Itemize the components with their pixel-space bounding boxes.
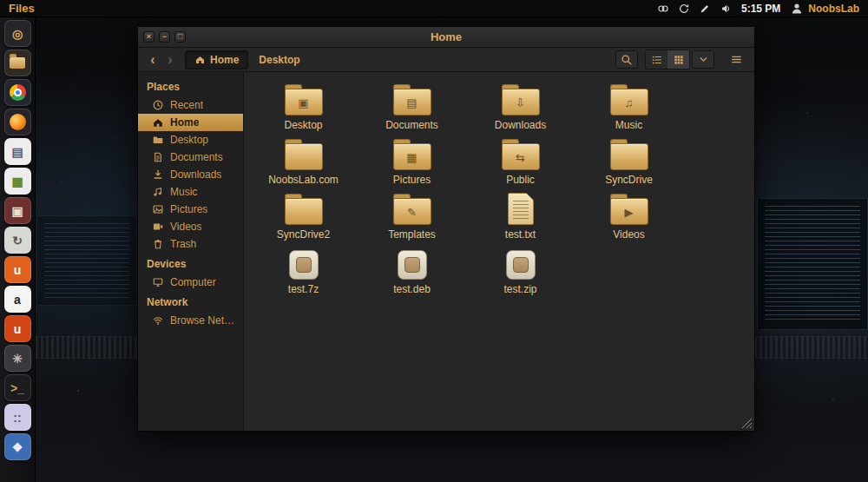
sidebar-item-desktop[interactable]: Desktop <box>138 131 243 149</box>
dock-chrome-icon[interactable] <box>4 79 31 106</box>
dock-calc-icon[interactable]: ▦ <box>4 168 31 195</box>
videos-emblem-icon: ▶ <box>610 200 648 225</box>
dock-updater-icon[interactable]: ↻ <box>4 227 31 254</box>
file-label: test.txt <box>472 229 569 241</box>
file-label: test.7z <box>255 284 352 295</box>
launcher-dock: ◎▤▦▣↻uau✳>_::❖ <box>0 17 36 482</box>
file-downloads[interactable]: ⇩Downloads <box>472 83 569 137</box>
desktop-emblem-icon: ▣ <box>285 90 323 116</box>
file-label: Documents <box>364 120 461 131</box>
folder-icon: ▶ <box>610 198 648 225</box>
forward-button[interactable]: › <box>162 53 178 67</box>
sidebar-item-documents[interactable]: Documents <box>138 149 243 166</box>
folder-icon: ♫ <box>610 89 648 116</box>
sidebar-item-pictures[interactable]: Pictures <box>138 201 243 218</box>
file-test-txt[interactable]: test.txt <box>472 192 569 247</box>
breadcrumb-home[interactable]: Home <box>185 50 248 69</box>
session-menu[interactable]: NoobsLab <box>790 2 859 16</box>
speaker-icon[interactable] <box>720 3 732 15</box>
music-emblem-icon: ♫ <box>610 90 648 116</box>
folder-icon: ▤ <box>393 89 431 116</box>
dock-impress-icon[interactable]: ▣ <box>4 197 31 224</box>
archive-file-icon <box>289 250 319 280</box>
file-test-7z[interactable]: test.7z <box>255 247 352 301</box>
dock-amazon-icon[interactable]: a <box>4 286 31 313</box>
sidebar-item-computer[interactable]: Computer <box>138 274 243 291</box>
sidebar-item-trash[interactable]: Trash <box>138 235 243 253</box>
window-body: PlacesRecentHomeDesktopDocumentsDownload… <box>138 72 754 431</box>
list-view-button[interactable] <box>646 50 667 69</box>
file-test-deb[interactable]: test.deb <box>364 247 461 301</box>
file-noobslab-com[interactable]: NoobsLab.com <box>255 137 352 192</box>
folder-icon: ⇆ <box>502 143 540 170</box>
dock-firefox-icon[interactable] <box>4 109 31 135</box>
file-music[interactable]: ♫Music <box>581 83 678 137</box>
resize-grip[interactable] <box>741 418 753 429</box>
folder-icon: ▣ <box>285 89 323 116</box>
sync-icon[interactable] <box>678 3 690 15</box>
dock-writer-icon[interactable]: ▤ <box>4 138 31 165</box>
minimize-button[interactable]: − <box>159 31 170 43</box>
dock-settings-icon[interactable]: ✳ <box>4 345 31 372</box>
sidebar-item-browse-net[interactable]: Browse Net… <box>138 312 243 329</box>
breadcrumb: HomeDesktop <box>185 50 309 69</box>
file-label: NoobsLab.com <box>255 175 352 186</box>
circles-icon[interactable] <box>657 3 669 15</box>
app-menu-files[interactable]: Files <box>9 2 35 15</box>
close-button[interactable]: × <box>143 31 155 43</box>
sidebar-item-downloads[interactable]: Downloads <box>138 166 243 183</box>
archive-file-icon <box>506 250 536 280</box>
titlebar[interactable]: × − □ Home <box>138 27 754 48</box>
folder-icon <box>285 198 323 225</box>
dock-tweak-icon[interactable]: :: <box>4 404 31 431</box>
folder-icon <box>610 143 648 170</box>
dock-files-icon[interactable] <box>4 50 31 76</box>
sidebar-item-home[interactable]: Home <box>138 114 243 131</box>
zoom-dropdown-button[interactable] <box>692 50 714 69</box>
status-icons <box>657 3 732 15</box>
text-file-icon <box>508 193 534 225</box>
file-templates[interactable]: ✎Templates <box>364 192 461 247</box>
file-syncdrive2[interactable]: SyncDrive2 <box>255 192 352 247</box>
search-button[interactable] <box>615 50 638 69</box>
file-label: Pictures <box>364 175 461 186</box>
folder-icon: ⇩ <box>502 89 540 116</box>
clock[interactable]: 5:15 PM <box>741 3 780 15</box>
file-documents[interactable]: ▤Documents <box>364 83 461 137</box>
file-label: SyncDrive <box>581 175 678 186</box>
dock-software-center-icon[interactable]: u <box>4 256 31 283</box>
sidebar-item-recent[interactable]: Recent <box>138 96 243 114</box>
file-test-zip[interactable]: test.zip <box>472 247 569 301</box>
file-desktop[interactable]: ▣Desktop <box>255 83 352 137</box>
wallpaper-screenshot-left <box>36 215 137 306</box>
file-label: Templates <box>364 229 461 241</box>
username: NoobsLab <box>808 3 859 15</box>
file-label: test.zip <box>472 284 569 295</box>
top-panel: Files 5:15 PM NoobsLab <box>0 0 868 17</box>
file-label: Music <box>581 120 678 131</box>
sidebar-item-music[interactable]: Music <box>138 183 243 201</box>
file-label: Downloads <box>472 120 569 131</box>
file-videos[interactable]: ▶Videos <box>581 192 678 247</box>
indicator-area: 5:15 PM NoobsLab <box>657 2 859 16</box>
maximize-button[interactable]: □ <box>174 31 186 43</box>
dock-ubuntu-one-icon[interactable]: u <box>4 315 31 342</box>
file-label: Desktop <box>255 120 352 131</box>
file-label: test.deb <box>364 284 461 295</box>
window-menu-button[interactable] <box>725 50 747 69</box>
file-pictures[interactable]: ▦Pictures <box>364 137 461 192</box>
dock-dash-icon[interactable]: ◎ <box>4 20 31 47</box>
templates-emblem-icon: ✎ <box>393 200 431 225</box>
file-public[interactable]: ⇆Public <box>472 137 569 192</box>
breadcrumb-desktop[interactable]: Desktop <box>250 51 308 69</box>
file-label: Public <box>472 175 569 186</box>
pictures-emblem-icon: ▦ <box>393 145 431 170</box>
grid-view-button[interactable] <box>667 50 689 69</box>
sidebar-item-videos[interactable]: Videos <box>138 218 243 235</box>
toolbar: ‹ › HomeDesktop <box>138 48 754 72</box>
back-button[interactable]: ‹ <box>145 53 161 67</box>
dock-terminal-icon[interactable]: >_ <box>4 374 31 401</box>
dock-workspace-icon[interactable]: ❖ <box>4 433 31 460</box>
file-syncdrive[interactable]: SyncDrive <box>581 137 678 192</box>
pencil-icon[interactable] <box>699 3 711 15</box>
